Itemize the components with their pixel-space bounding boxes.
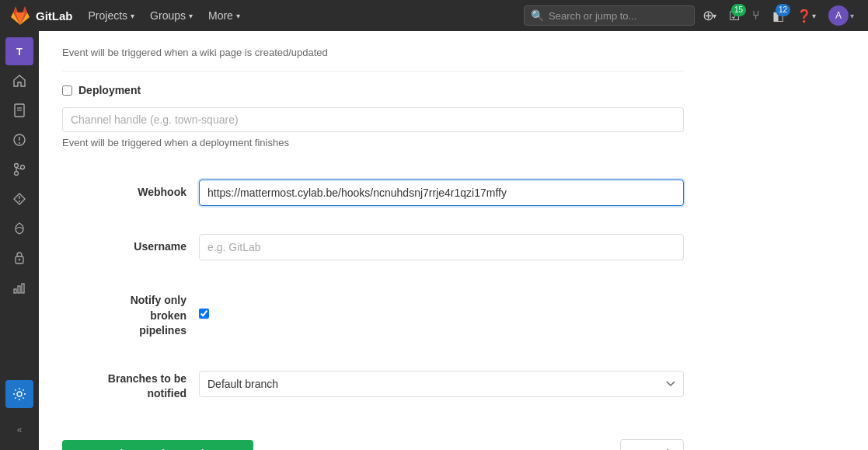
groups-chevron-icon: ▾ <box>189 12 193 20</box>
todos-badge: 15 <box>731 4 746 16</box>
svg-rect-15 <box>18 286 20 293</box>
svg-rect-14 <box>14 289 16 293</box>
projects-chevron-icon: ▾ <box>131 12 134 20</box>
nav-icon-group: ⊕ ▾ ☑ 15 ⑂ ◧ 12 ❓▾ A ▾ <box>698 2 859 29</box>
svg-point-6 <box>15 164 19 168</box>
operations-icon <box>12 222 26 235</box>
sidebar-item-operations[interactable] <box>5 215 33 242</box>
deployment-checkbox[interactable] <box>62 85 72 96</box>
sidebar: T « <box>0 31 39 450</box>
svg-point-11 <box>19 201 20 202</box>
settings-icon <box>12 387 26 401</box>
user-avatar: A <box>828 5 849 26</box>
notify-pipelines-checkbox[interactable] <box>199 309 209 319</box>
issues-icon <box>12 133 26 147</box>
sidebar-item-settings[interactable] <box>5 380 33 408</box>
more-chevron-icon: ▾ <box>236 12 240 20</box>
sidebar-item-issues[interactable] <box>5 126 33 154</box>
deployment-hint: Event will be triggered when a deploymen… <box>62 137 684 148</box>
webhook-input[interactable] <box>199 180 684 206</box>
save-button[interactable]: Test settings and save changes <box>62 440 253 450</box>
nav-groups[interactable]: Groups ▾ <box>144 6 199 25</box>
svg-point-5 <box>19 142 20 144</box>
svg-rect-16 <box>22 284 24 293</box>
deployment-channel-input[interactable] <box>62 107 684 132</box>
issues-badge: 12 <box>776 4 790 16</box>
merge-requests-icon <box>13 162 26 176</box>
repository-icon <box>13 103 26 117</box>
merge-requests-button[interactable]: ⑂ <box>748 5 765 26</box>
sidebar-collapse-button[interactable]: « <box>5 416 33 444</box>
main-content-area: Event will be triggered when a wiki page… <box>39 31 868 450</box>
svg-point-7 <box>15 172 19 176</box>
deployment-row: Deployment <box>62 84 684 96</box>
main-layout: T « <box>0 31 868 450</box>
search-icon: 🔍 <box>531 9 544 22</box>
sidebar-item-merge-requests[interactable] <box>5 155 33 183</box>
sidebar-item-ci-cd[interactable] <box>5 185 33 213</box>
nav-more[interactable]: More ▾ <box>202 6 246 25</box>
issues-button[interactable]: ◧ 12 <box>768 5 789 26</box>
sidebar-item-security[interactable] <box>5 244 33 272</box>
username-group: Username <box>62 228 684 267</box>
help-button[interactable]: ❓▾ <box>792 5 821 26</box>
branches-label: Branches to be notified <box>62 367 186 402</box>
deployment-section: Deployment Event will be triggered when … <box>62 84 684 161</box>
cicd-icon <box>12 192 26 206</box>
notify-pipelines-label: Notify only broken pipelines <box>62 288 186 339</box>
svg-point-8 <box>21 166 25 169</box>
form-actions: Test settings and save changes Cancel <box>62 427 684 450</box>
webhook-label: Webhook <box>62 180 186 198</box>
search-bar[interactable]: 🔍 <box>524 5 695 26</box>
wiki-event-hint: Event will be triggered when a wiki page… <box>62 47 684 72</box>
branches-select[interactable]: Default branch All branches Protected br… <box>199 371 684 397</box>
todos-button[interactable]: ☑ 15 <box>724 5 744 26</box>
sidebar-project-avatar[interactable]: T <box>5 37 33 65</box>
nav-projects[interactable]: Projects ▾ <box>82 6 141 25</box>
deployment-label: Deployment <box>78 84 141 96</box>
logo-text: GitLab <box>36 9 73 23</box>
sidebar-item-home[interactable] <box>5 67 33 95</box>
webhook-group: Webhook <box>62 173 684 212</box>
svg-point-17 <box>17 392 22 396</box>
home-icon <box>12 74 26 88</box>
branches-group: Branches to be notified Default branch A… <box>62 361 684 408</box>
sidebar-item-analytics[interactable] <box>5 274 33 302</box>
logo[interactable]: GitLab <box>9 5 73 26</box>
sidebar-item-repository[interactable] <box>5 96 33 124</box>
top-navigation: GitLab Projects ▾ Groups ▾ More ▾ 🔍 ⊕ ▾ … <box>0 0 868 31</box>
user-menu-button[interactable]: A ▾ <box>824 2 859 29</box>
gitlab-logo-icon <box>9 5 31 26</box>
create-button[interactable]: ⊕ ▾ <box>698 4 721 27</box>
notify-pipelines-group: Notify only broken pipelines <box>62 282 684 345</box>
svg-point-13 <box>19 259 20 260</box>
integration-form: Event will be triggered when a wiki page… <box>62 47 684 450</box>
cancel-button[interactable]: Cancel <box>620 439 684 450</box>
username-input[interactable] <box>199 234 684 260</box>
analytics-icon <box>12 281 26 295</box>
username-label: Username <box>62 234 186 253</box>
security-icon <box>13 251 26 265</box>
search-input[interactable] <box>549 10 688 22</box>
